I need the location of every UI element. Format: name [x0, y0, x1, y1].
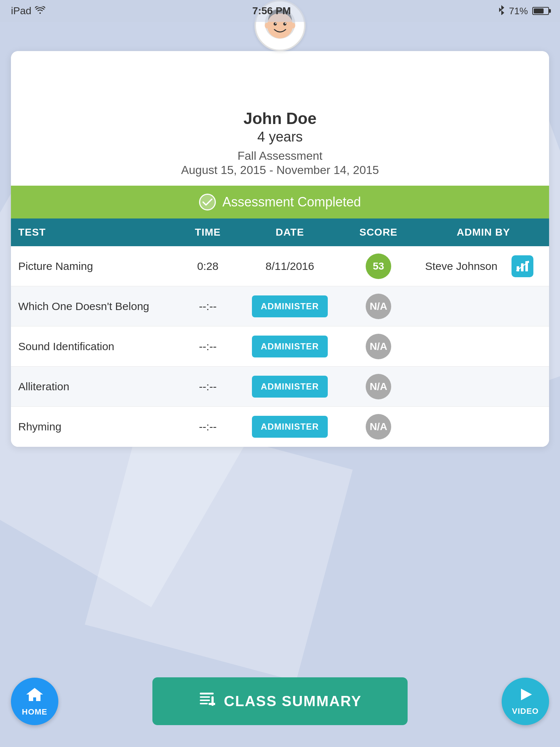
battery-fill	[534, 8, 544, 13]
home-icon	[26, 686, 44, 706]
th-test: TEST	[11, 218, 175, 246]
avatar-section: John Doe 4 years Fall Assessment August …	[11, 51, 549, 186]
home-button[interactable]: HOME	[11, 678, 58, 725]
td-date[interactable]: ADMINISTER	[241, 369, 339, 404]
svg-marker-18	[521, 689, 532, 700]
card-wrapper: John Doe 4 years Fall Assessment August …	[11, 26, 549, 447]
class-summary-icon	[198, 691, 215, 711]
td-time: --:--	[175, 334, 241, 359]
td-time: --:--	[175, 374, 241, 399]
battery-percent: 71%	[509, 5, 528, 17]
td-admin	[418, 300, 549, 313]
status-time: 7:56 PM	[252, 5, 291, 17]
td-date: 8/11/2016	[241, 253, 339, 279]
table-row: Picture Naming0:288/11/201653Steve Johns…	[11, 246, 549, 286]
admin-name: Steve Johnson	[425, 260, 497, 272]
svg-point-5	[285, 23, 286, 24]
class-summary-button[interactable]: CLASS SUMMARY	[152, 677, 408, 725]
video-icon	[517, 687, 533, 705]
score-circle: 53	[366, 253, 391, 279]
td-score: 53	[339, 247, 418, 286]
svg-point-7	[291, 23, 295, 28]
table-row: Alliteration--:--ADMINISTERN/A	[11, 367, 549, 407]
student-age: 4 years	[257, 129, 303, 145]
main-container: John Doe 4 years Fall Assessment August …	[11, 26, 549, 747]
home-label: HOME	[22, 707, 47, 717]
td-admin	[418, 340, 549, 353]
assessment-name: Fall Assessment	[238, 149, 323, 163]
video-label: VIDEO	[512, 707, 538, 716]
td-score: N/A	[339, 407, 418, 446]
td-time: --:--	[175, 414, 241, 440]
td-score: N/A	[339, 287, 418, 326]
chart-button[interactable]	[512, 255, 533, 277]
svg-rect-17	[209, 703, 215, 705]
status-bar: iPad 7:56 PM 71%	[0, 0, 560, 22]
svg-rect-12	[200, 693, 214, 694]
administer-button[interactable]: ADMINISTER	[252, 336, 327, 357]
td-admin: Steve Johnson	[418, 249, 549, 284]
svg-rect-13	[200, 696, 210, 698]
admin-cell: Steve Johnson	[425, 255, 542, 277]
th-time: TIME	[175, 218, 241, 246]
administer-button[interactable]: ADMINISTER	[252, 376, 327, 398]
table-row: Rhyming--:--ADMINISTERN/A	[11, 407, 549, 447]
score-circle: N/A	[366, 374, 391, 399]
status-left: iPad	[11, 5, 45, 17]
score-circle: N/A	[366, 414, 391, 440]
td-score: N/A	[339, 367, 418, 406]
table-row: Which One Doesn't Belong--:--ADMINISTERN…	[11, 286, 549, 326]
td-date[interactable]: ADMINISTER	[241, 329, 339, 364]
td-test: Picture Naming	[11, 253, 175, 279]
check-circle-icon	[199, 194, 216, 210]
svg-point-2	[273, 22, 277, 26]
video-button[interactable]: VIDEO	[502, 678, 549, 725]
table-header: TEST TIME DATE SCORE ADMIN BY	[11, 218, 549, 246]
status-right: 71%	[498, 5, 549, 18]
td-time: --:--	[175, 294, 241, 319]
td-score: N/A	[339, 327, 418, 366]
th-date: DATE	[241, 218, 339, 246]
svg-point-3	[283, 22, 287, 26]
wifi-icon	[35, 5, 45, 17]
svg-point-6	[265, 23, 269, 28]
student-card: John Doe 4 years Fall Assessment August …	[11, 51, 549, 447]
battery-icon	[532, 7, 549, 15]
td-test: Which One Doesn't Belong	[11, 294, 175, 319]
th-adminby: ADMIN BY	[418, 218, 549, 246]
bluetooth-icon	[498, 5, 505, 18]
td-admin	[418, 420, 549, 433]
completed-text: Assessment Completed	[222, 194, 361, 210]
class-summary-label: CLASS SUMMARY	[224, 693, 362, 709]
td-admin	[418, 380, 549, 393]
administer-button[interactable]: ADMINISTER	[252, 295, 327, 317]
svg-rect-14	[200, 700, 210, 701]
student-name: John Doe	[244, 109, 316, 128]
td-date[interactable]: ADMINISTER	[241, 409, 339, 444]
td-test: Alliteration	[11, 374, 175, 399]
td-date[interactable]: ADMINISTER	[241, 289, 339, 324]
administer-button[interactable]: ADMINISTER	[252, 416, 327, 438]
bottom-area: CLASS SUMMARY	[11, 677, 549, 725]
score-circle: N/A	[366, 294, 391, 319]
svg-rect-15	[200, 703, 208, 704]
td-test: Sound Identification	[11, 334, 175, 359]
table-body: Picture Naming0:288/11/201653Steve Johns…	[11, 246, 549, 447]
assessment-dates: August 15, 2015 - November 14, 2015	[181, 163, 379, 177]
device-name: iPad	[11, 5, 31, 17]
td-time: 0:28	[175, 253, 241, 279]
svg-point-4	[275, 23, 276, 24]
table-row: Sound Identification--:--ADMINISTERN/A	[11, 326, 549, 367]
th-score: SCORE	[339, 218, 418, 246]
score-circle: N/A	[366, 334, 391, 359]
completed-bar: Assessment Completed	[11, 186, 549, 218]
td-test: Rhyming	[11, 414, 175, 440]
